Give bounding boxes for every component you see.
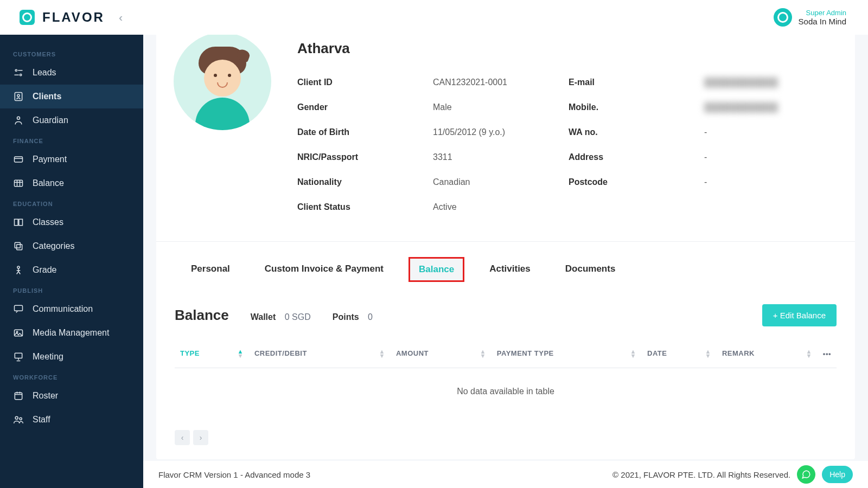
sidebar-section-title: FINANCE xyxy=(0,134,143,147)
info-value: - xyxy=(704,177,838,187)
svg-point-4 xyxy=(17,117,20,119)
whatsapp-icon[interactable] xyxy=(797,465,815,484)
sidebar-item-label: Leads xyxy=(33,68,56,78)
table-pager: ‹ › xyxy=(156,428,855,459)
info-value: 11/05/2012 (9 y.o.) xyxy=(433,127,569,137)
svg-point-3 xyxy=(17,94,20,97)
layers-icon xyxy=(13,241,24,252)
client-tabs: PersonalCustom Invoice & PaymentBalanceA… xyxy=(156,242,855,298)
tab-activities[interactable]: Activities xyxy=(480,257,540,282)
svg-rect-14 xyxy=(15,393,22,400)
client-profile-header: Atharva Client IDCAN1232021-0001GenderMa… xyxy=(156,35,855,242)
clients-icon xyxy=(13,91,24,102)
sidebar-item-communication[interactable]: Communication xyxy=(0,297,143,321)
info-row: Date of Birth11/05/2012 (9 y.o.) xyxy=(297,120,569,145)
user-menu[interactable]: Super Admin Soda In Mind xyxy=(774,8,846,27)
pager-prev-button[interactable]: ‹ xyxy=(175,430,190,445)
info-label: Gender xyxy=(297,102,433,112)
pager-next-button[interactable]: › xyxy=(193,430,208,445)
svg-rect-6 xyxy=(15,180,23,187)
info-value: Male xyxy=(433,102,569,112)
card-icon xyxy=(13,154,24,165)
sidebar-item-leads[interactable]: Leads xyxy=(0,61,143,85)
user-avatar-icon xyxy=(774,8,792,27)
person-icon xyxy=(13,265,24,275)
sidebar-item-label: Staff xyxy=(33,415,50,425)
svg-rect-8 xyxy=(17,245,22,250)
info-label: WA no. xyxy=(569,127,704,137)
image-icon xyxy=(13,328,24,338)
col-date[interactable]: DATE▲▼ xyxy=(642,339,717,368)
sidebar-item-label: Categories xyxy=(33,241,74,251)
present-icon xyxy=(13,351,24,362)
sidebar-item-guardian[interactable]: Guardian xyxy=(0,108,143,132)
book-icon xyxy=(13,217,24,228)
more-icon: ••• xyxy=(823,350,831,358)
svg-point-15 xyxy=(15,416,18,419)
svg-point-16 xyxy=(20,418,22,420)
sidebar-item-label: Classes xyxy=(33,217,63,227)
sidebar-item-balance[interactable]: Balance xyxy=(0,171,143,195)
footer-version: Flavor CRM Version 1 - Advanced mode 3 xyxy=(158,470,310,479)
table-empty-message: No data available in table xyxy=(175,368,837,415)
info-label: NRIC/Passport xyxy=(297,152,433,162)
info-row: Client StatusActive xyxy=(297,195,569,220)
info-row: E-mail████████████ xyxy=(569,70,838,95)
sidebar-item-meeting[interactable]: Meeting xyxy=(0,345,143,369)
svg-rect-7 xyxy=(15,242,20,248)
topbar: FLAVOR ‹‹ Super Admin Soda In Mind xyxy=(0,0,868,35)
tab-documents[interactable]: Documents xyxy=(556,257,626,282)
sidebar-item-label: Guardian xyxy=(33,115,68,125)
svg-rect-13 xyxy=(15,353,22,358)
info-value: Active xyxy=(433,202,569,212)
sidebar-item-clients[interactable]: Clients xyxy=(0,85,143,108)
sidebar-collapse-icon[interactable]: ‹‹ xyxy=(119,11,119,24)
col-remark[interactable]: REMARK▲▼ xyxy=(717,339,818,368)
sidebar-item-label: Balance xyxy=(33,178,64,188)
sidebar-item-media[interactable]: Media Management xyxy=(0,321,143,345)
info-label: Client Status xyxy=(297,202,433,212)
edit-balance-button[interactable]: + Edit Balance xyxy=(762,304,837,326)
info-label: Date of Birth xyxy=(297,127,433,137)
client-card: Atharva Client IDCAN1232021-0001GenderMa… xyxy=(156,35,855,459)
sidebar-item-staff[interactable]: Staff xyxy=(0,408,143,432)
user-org: Soda In Mind xyxy=(799,17,846,26)
info-row: Postcode- xyxy=(569,170,838,195)
main-content: Atharva Client IDCAN1232021-0001GenderMa… xyxy=(143,35,868,488)
calendar-icon xyxy=(13,390,24,401)
client-avatar xyxy=(174,35,271,130)
info-label: E-mail xyxy=(569,78,704,87)
col-type[interactable]: TYPE▲▼ xyxy=(175,339,249,368)
tab-invoice[interactable]: Custom Invoice & Payment xyxy=(255,257,393,282)
sidebar-item-label: Payment xyxy=(33,155,67,164)
wallet-label: Wallet xyxy=(251,312,276,322)
sidebar-section-title: PUBLISH xyxy=(0,284,143,297)
points-value: 0 xyxy=(368,312,373,322)
svg-point-0 xyxy=(15,69,17,71)
sidebar-item-label: Meeting xyxy=(33,352,63,362)
leads-icon xyxy=(13,67,24,78)
footer-copyright: © 2021, FLAVOR PTE. LTD. All Rights Rese… xyxy=(612,470,790,479)
brand-block[interactable]: FLAVOR ‹‹ xyxy=(20,10,119,25)
col-credit[interactable]: CREDIT/DEBIT▲▼ xyxy=(249,339,391,368)
grid-icon xyxy=(13,178,24,189)
brand-name: FLAVOR xyxy=(42,10,105,25)
sidebar-item-grade[interactable]: Grade xyxy=(0,258,143,282)
info-value: Canadian xyxy=(433,177,569,187)
sidebar-item-label: Clients xyxy=(33,92,61,101)
col-ptype[interactable]: PAYMENT TYPE▲▼ xyxy=(492,339,642,368)
svg-rect-5 xyxy=(15,157,23,162)
help-button[interactable]: Help xyxy=(822,466,853,483)
info-label: Mobile. xyxy=(569,102,704,112)
col-actions[interactable]: ••• xyxy=(818,339,837,368)
sidebar-item-payment[interactable]: Payment xyxy=(0,147,143,171)
tab-personal[interactable]: Personal xyxy=(181,257,240,282)
sidebar-item-categories[interactable]: Categories xyxy=(0,234,143,258)
sidebar-item-roster[interactable]: Roster xyxy=(0,384,143,408)
brand-logo-icon xyxy=(20,10,35,25)
col-amount[interactable]: AMOUNT▲▼ xyxy=(391,339,492,368)
footer: Flavor CRM Version 1 - Advanced mode 3 ©… xyxy=(143,461,868,488)
sidebar-section-title: CUSTOMERS xyxy=(0,48,143,61)
tab-balance[interactable]: Balance xyxy=(409,257,464,282)
sidebar-item-classes[interactable]: Classes xyxy=(0,210,143,234)
